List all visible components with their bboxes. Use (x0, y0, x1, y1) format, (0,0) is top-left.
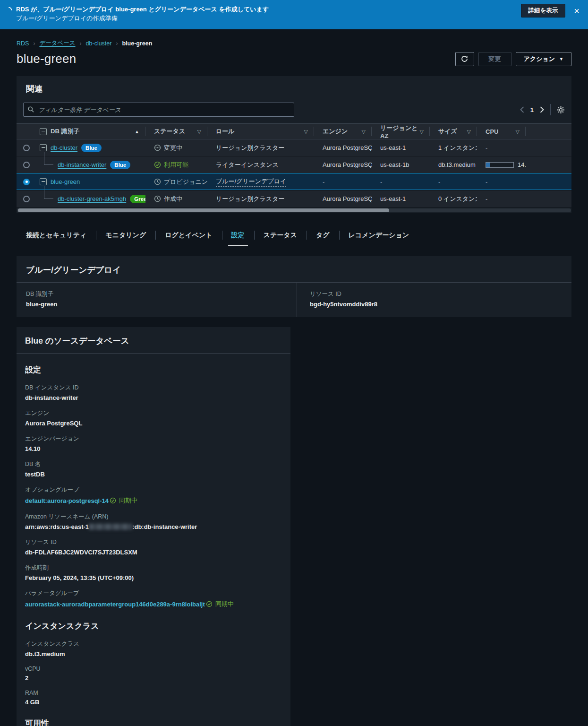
parameter-group-link[interactable]: aurorastack-auroradbparametergroup146d0e… (25, 601, 205, 608)
settings-gear-icon[interactable] (557, 106, 565, 114)
status-text: 利用可能 (164, 161, 188, 169)
created-time-value: February 05, 2024, 13:35 (UTC+09:00) (25, 574, 281, 581)
arn-prefix: arn:aws:rds:us-east-1 (25, 523, 89, 530)
sort-icon: ▽ (467, 129, 471, 135)
db-name-value: testDB (25, 471, 281, 478)
tab-logs-events[interactable]: ログとイベント (155, 225, 222, 246)
engine-cell: Aurora PostgreSQL (314, 161, 372, 168)
settings-heading: 設定 (25, 364, 281, 375)
blue-badge: Blue (81, 144, 102, 152)
refresh-button[interactable] (455, 52, 474, 66)
available-icon (154, 161, 161, 168)
flash-subtitle: ブルー/グリーンデプロイの作成準備 (16, 14, 269, 23)
instance-id-label: DB インスタンス ID (25, 384, 281, 392)
ram-value: 4 GB (25, 699, 281, 706)
tab-connectivity-security[interactable]: 接続とセキュリティ (17, 225, 96, 246)
tab-configuration[interactable]: 設定 (222, 225, 254, 246)
vcpu-label: vCPU (25, 666, 281, 672)
breadcrumb-rds[interactable]: RDS (17, 40, 29, 47)
column-header-engine[interactable]: エンジン▽ (314, 127, 372, 136)
engine-cell: - (314, 178, 372, 185)
db-identifier-value: blue-green (26, 301, 287, 308)
breadcrumb-separator: › (80, 40, 82, 47)
size-cell: db.t3.medium (430, 161, 477, 168)
blue-green-deploy-panel: ブルー/グリーンデプロイ DB 識別子 blue-green リソース ID b… (17, 256, 571, 317)
region-cell: us-east-1 (372, 144, 430, 151)
show-details-button[interactable]: 詳細を表示 (521, 4, 566, 17)
resource-id-label: リソース ID (310, 290, 562, 298)
breadcrumb-databases[interactable]: データベース (39, 39, 75, 47)
tree-connector (44, 199, 53, 199)
in-sync-text: 同期中 (215, 600, 234, 608)
source-resource-id-value: db-FDLAF6BJC2WDVCI7SJT23DLSXM (25, 549, 281, 556)
status-text: 作成中 (164, 195, 182, 203)
source-resource-id-label: リソース ID (25, 538, 281, 546)
tab-tags[interactable]: タグ (307, 225, 339, 246)
page-prev-icon[interactable] (520, 106, 524, 113)
db-identifier-label: DB 識別子 (26, 290, 287, 298)
row-radio[interactable] (23, 145, 30, 151)
page-number[interactable]: 1 (530, 106, 534, 113)
collapse-row-icon[interactable] (40, 178, 47, 185)
sort-icon: ▽ (304, 129, 308, 135)
instance-class-value: db.t3.medium (25, 650, 281, 657)
region-cell: - (372, 178, 430, 185)
tab-monitoring[interactable]: モニタリング (96, 225, 155, 246)
region-cell: us-east-1b (372, 161, 430, 168)
cpu-cell: - (477, 195, 526, 202)
blue-source-db-panel: Blue のソースデータベース 設定 DB インスタンス ID db-insta… (17, 327, 290, 726)
breadcrumb-separator: › (116, 40, 118, 47)
close-icon[interactable]: × (572, 6, 581, 16)
column-header-cpu[interactable]: CPU▽ (477, 127, 526, 136)
modifying-icon (154, 144, 161, 151)
db-instance-writer-link[interactable]: db-instance-writer (58, 161, 106, 168)
table-row: db-instance-writer Blue 利用可能 ライターインスタンス … (17, 156, 571, 173)
role-cell: リージョン別クラスター (207, 195, 314, 203)
page-next-icon[interactable] (540, 106, 544, 113)
db-name-label: DB 名 (25, 460, 281, 468)
collapse-row-icon[interactable] (40, 144, 47, 151)
role-tooltip-trigger[interactable]: ブルー/グリーンデプロイ (216, 177, 286, 187)
db-cluster-link[interactable]: db-cluster (51, 144, 77, 151)
column-header-db-identifier[interactable]: DB 識別子 ▲ (38, 127, 145, 136)
detail-tabs: 接続とセキュリティ モニタリング ログとイベント 設定 ステータス タグ レコメ… (17, 225, 571, 246)
cpu-usage-bar (486, 162, 514, 168)
related-title: 関連 (26, 83, 562, 95)
column-header-role[interactable]: ロール▽ (207, 127, 314, 136)
row-radio-selected[interactable] (23, 179, 30, 185)
size-cell: - (430, 178, 477, 185)
blue-green-link[interactable]: blue-green (51, 178, 80, 185)
row-radio[interactable] (23, 162, 30, 168)
option-group-link[interactable]: default:aurora-postgresql-14 (25, 497, 109, 504)
filter-input[interactable] (23, 103, 294, 117)
flash-title: RDS が、ブルー/グリーンデプロイ blue-green とグリーンデータベー… (16, 5, 269, 14)
column-header-region-az[interactable]: リージョンと AZ▽ (372, 127, 430, 136)
breadcrumb-db-cluster[interactable]: db-cluster (86, 40, 112, 47)
cpu-percent: 14.08% (518, 161, 526, 168)
in-sync-icon (206, 601, 213, 607)
engine-cell: Aurora PostgreSQL (314, 144, 372, 151)
engine-version-value: 14.10 (25, 445, 281, 452)
table-header-row: DB 識別子 ▲ ステータス▽ ロール▽ エンジン▽ リージョンと AZ▽ サ (17, 123, 571, 139)
row-radio[interactable] (23, 196, 30, 202)
tab-status[interactable]: ステータス (254, 225, 307, 246)
actions-button[interactable]: アクション ▼ (516, 52, 571, 66)
size-cell: 0 インスタンス (430, 195, 477, 203)
pending-clock-icon (154, 178, 161, 185)
column-header-size[interactable]: サイズ▽ (430, 127, 477, 136)
role-cell: リージョン別クラスター (207, 144, 314, 152)
bg-deploy-title: ブルー/グリーンデプロイ (26, 264, 562, 276)
parameter-group-label: パラメータグループ (25, 589, 281, 597)
redacted-account-id (89, 524, 132, 530)
db-cluster-green-link[interactable]: db-cluster-green-ak5mgh (58, 195, 126, 202)
breadcrumb-separator: › (33, 40, 35, 47)
modify-button[interactable]: 変更 (478, 52, 511, 66)
blue-badge: Blue (110, 161, 130, 169)
horizontal-scrollbar-thumb[interactable] (18, 208, 389, 212)
tree-connector (44, 186, 44, 199)
tab-recommendations[interactable]: レコメンデーション (339, 225, 419, 246)
related-panel: 関連 1 (17, 76, 571, 213)
availability-heading: 可用性 (25, 718, 281, 726)
column-header-status[interactable]: ステータス▽ (145, 127, 207, 136)
collapse-all-icon[interactable] (40, 128, 47, 135)
